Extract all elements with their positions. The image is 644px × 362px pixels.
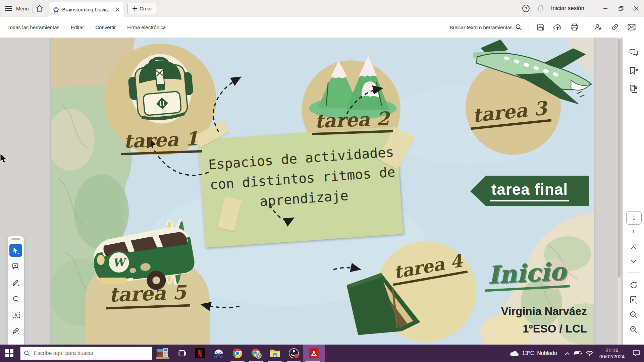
taskbar-search-box[interactable] bbox=[20, 347, 152, 360]
favorite-star-icon bbox=[53, 6, 59, 13]
taskbar-search-input[interactable] bbox=[33, 350, 135, 357]
task1-label: tarea 1 bbox=[117, 127, 205, 155]
taskbar-app-chrome[interactable] bbox=[228, 345, 247, 362]
bookmark-icon bbox=[629, 67, 638, 75]
more-tools-button[interactable] bbox=[9, 341, 22, 345]
printer-icon bbox=[571, 23, 578, 31]
tab-title: Brainstorming Lluvia... bbox=[62, 7, 112, 12]
menu-edit[interactable]: Editar bbox=[71, 24, 84, 30]
start-button[interactable] bbox=[0, 345, 19, 362]
previous-page-button[interactable] bbox=[623, 241, 644, 254]
zoom-in-icon bbox=[630, 311, 638, 319]
wifi-icon bbox=[586, 351, 593, 356]
acrobat-window: Menú Brainstorming Lluvia... Crear ? Ini… bbox=[0, 0, 644, 362]
app-menu-label: Menú bbox=[16, 6, 29, 11]
clock-widget[interactable]: 21:16 06/02/2024 bbox=[595, 345, 629, 362]
next-page-button[interactable] bbox=[623, 255, 644, 268]
weather-temp: 13°C bbox=[522, 350, 534, 356]
document-tab[interactable]: Brainstorming Lluvia... bbox=[49, 2, 123, 17]
restore-icon bbox=[619, 6, 624, 11]
rotate-icon bbox=[630, 281, 638, 289]
save-icon bbox=[537, 23, 544, 31]
clock-time: 21:16 bbox=[599, 347, 625, 354]
task2-label: tarea 2 bbox=[308, 107, 396, 135]
share-link-button[interactable] bbox=[610, 22, 620, 32]
final-task-ribbon: tarea final bbox=[470, 176, 589, 206]
home-icon bbox=[36, 5, 43, 12]
comment-plus-icon bbox=[12, 262, 20, 270]
sign-in-button[interactable]: Iniciar sesión bbox=[551, 5, 584, 12]
taskbar-app-acrobat[interactable] bbox=[303, 345, 325, 362]
taskbar-app-snipping[interactable] bbox=[209, 345, 228, 362]
pages-panel-button[interactable] bbox=[623, 80, 644, 98]
action-center-button[interactable] bbox=[629, 345, 644, 362]
cursor-icon bbox=[12, 247, 19, 254]
bell-icon bbox=[537, 4, 544, 12]
notifications-button[interactable] bbox=[536, 3, 546, 13]
hamburger-icon bbox=[3, 3, 13, 13]
task-view-button[interactable] bbox=[173, 345, 191, 362]
weather-desc: Nublado bbox=[537, 350, 557, 356]
tab-close-icon[interactable] bbox=[115, 7, 119, 12]
network-indicator[interactable] bbox=[584, 345, 595, 362]
battery-icon bbox=[574, 351, 582, 356]
share-people-button[interactable] bbox=[593, 22, 603, 32]
home-button[interactable] bbox=[33, 0, 47, 17]
restore-button[interactable] bbox=[613, 0, 629, 17]
search-icon bbox=[24, 350, 30, 356]
fill-sign-tool-button[interactable] bbox=[9, 324, 22, 337]
close-button[interactable] bbox=[629, 0, 644, 17]
chevron-down-icon bbox=[631, 260, 636, 263]
task-view-icon bbox=[177, 350, 186, 357]
add-comment-tool-button[interactable] bbox=[9, 260, 22, 273]
weather-widget[interactable]: 13°C Nublado bbox=[505, 345, 562, 362]
lasso-tool-button[interactable] bbox=[9, 292, 22, 305]
start-label: Inicio bbox=[484, 259, 569, 290]
zoom-out-button[interactable] bbox=[623, 320, 644, 339]
desktop-organizer-icon[interactable] bbox=[152, 345, 173, 362]
author-name: Virginia Narváez bbox=[437, 305, 587, 318]
create-button[interactable]: Crear bbox=[127, 3, 157, 14]
page-number-input[interactable]: 1 bbox=[626, 211, 642, 225]
app-menu-button[interactable]: Menú bbox=[0, 0, 32, 17]
email-button[interactable] bbox=[627, 22, 637, 32]
bookmarks-panel-button[interactable] bbox=[623, 62, 644, 80]
minimize-button[interactable] bbox=[598, 0, 613, 17]
lasso-icon bbox=[12, 295, 20, 303]
taskbar-app-explorer[interactable] bbox=[266, 345, 284, 362]
pages-icon bbox=[630, 84, 638, 93]
scrollbar-thumb[interactable] bbox=[618, 39, 621, 278]
menu-esign[interactable]: Firma electrónica bbox=[127, 24, 166, 30]
search-tools-button[interactable]: Buscar texto o herramientas bbox=[449, 24, 522, 31]
save-button[interactable] bbox=[536, 22, 546, 32]
palette-drag-handle[interactable] bbox=[11, 238, 20, 240]
add-person-icon bbox=[594, 23, 602, 31]
create-label: Crear bbox=[140, 6, 152, 11]
mouse-cursor bbox=[0, 154, 7, 164]
taskbar-app-obs[interactable] bbox=[284, 345, 303, 362]
chevron-up-icon bbox=[631, 246, 636, 249]
taskbar-app-netflix[interactable] bbox=[191, 345, 209, 362]
help-button[interactable]: ? bbox=[521, 3, 531, 13]
print-button[interactable] bbox=[569, 22, 579, 32]
minimize-icon bbox=[603, 6, 608, 11]
help-icon: ? bbox=[522, 4, 530, 12]
menu-convert[interactable]: Convertir bbox=[95, 24, 116, 30]
plus-icon bbox=[132, 6, 137, 11]
taskbar-app-chrome-profile[interactable]: V bbox=[247, 345, 266, 362]
document-canvas: W Espacios de actividades con distintos … bbox=[0, 38, 623, 345]
tray-expand-button[interactable] bbox=[562, 345, 573, 362]
fountain-pen-icon bbox=[12, 327, 20, 335]
battery-indicator[interactable] bbox=[573, 345, 584, 362]
menu-all-tools[interactable]: Todas las herramientas bbox=[7, 24, 59, 30]
upload-cloud-button[interactable] bbox=[552, 22, 562, 32]
windows-logo-icon bbox=[5, 349, 13, 357]
edit-text-tool-button[interactable]: A bbox=[9, 308, 22, 321]
clock-date: 06/02/2024 bbox=[599, 353, 625, 360]
notification-icon bbox=[633, 350, 640, 357]
draw-tool-button[interactable] bbox=[9, 276, 22, 289]
quick-tools-palette: A bbox=[7, 236, 24, 345]
page-total-label: 1 bbox=[623, 229, 644, 234]
select-tool-button[interactable] bbox=[9, 244, 22, 257]
comments-panel-button[interactable] bbox=[623, 44, 644, 62]
